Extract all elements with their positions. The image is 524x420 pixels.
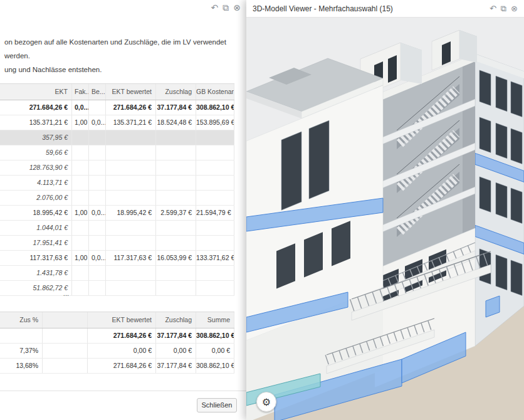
cell-zus [0,328,43,343]
table-row[interactable]: 4.113,71 € [0,176,234,191]
cell-gb-kostenart: 308.862,10 € [196,100,234,115]
cell-gb-kostenart [196,160,234,175]
cell-fak [72,145,89,160]
undo-icon[interactable]: ↶ [490,4,496,14]
cell-be [89,281,106,295]
window [511,188,522,223]
col-header-zuschlag: Zuschlag [156,312,196,328]
col-header-summe: Summe [196,312,234,328]
close-button[interactable]: Schließen [197,398,237,412]
close-icon[interactable]: ⊗ [233,2,241,13]
window [496,182,507,218]
table-row[interactable]: 271.684,26 € 37.177,84 € 308.862,10 € [0,328,234,344]
cell-gb-kostenart [196,221,234,235]
cell-ekt-bewertet: 117.317,63 € [106,251,156,265]
cell-be [89,176,106,190]
3d-model-scene[interactable] [246,18,524,420]
gear-icon: ⚙ [262,396,271,408]
cell-fak [72,130,89,145]
cell-ekt-bewertet: 271.684,26 € [88,359,156,373]
cell-ekt-bewertet: 271.684,26 € [106,100,156,115]
cell-gb-kostenart: 21.594,79 € [196,206,234,220]
window [479,70,491,105]
cell-ekt-bewertet: 271.684,26 € [88,328,156,343]
cell-ekt: 1.044,01 € [0,221,72,235]
cell-zuschlag: 2.599,37 € [156,206,196,220]
window [496,76,507,111]
cell-zuschlag [156,176,196,190]
col-header-zuschlag: Zuschlag [156,84,196,100]
cell-ekt-bewertet [106,266,156,280]
table-row[interactable]: 135.371,21 € 1,00 0,0... 135.371,21 € 18… [0,115,234,130]
table-row[interactable]: 1.431,78 € [0,266,234,281]
table-row[interactable]: 1.044,01 € [0,221,234,236]
cell-ekt: 117.317,63 € [0,251,72,265]
window [304,232,323,277]
table-row[interactable]: 271.684,26 € 0,0... 271.684,26 € 37.177,… [0,100,234,115]
cell-ekt-bewertet [106,236,156,250]
cell-fak: 0,0... [72,100,89,115]
cell-fak [72,176,89,190]
cell-be [89,160,106,175]
cost-table: EKT Fak... Be... EKT bewertet Zuschlag G… [0,83,234,296]
col-header-gb-kostenart: GB Kostenart [196,84,234,100]
table-row[interactable]: 59,66 € [0,145,234,160]
cell-zuschlag [156,281,196,295]
table-row[interactable]: 128.763,90 € [0,160,234,176]
popout-icon[interactable]: ⧉ [501,4,506,14]
cell-gb-kostenart [196,266,234,280]
cell-be [89,130,106,145]
col-header-ekt-bewertet: EKT bewertet [106,84,156,100]
cell-ekt: 18.995,42 € [0,206,72,220]
cell-ekt-bewertet: 135.371,21 € [106,115,156,130]
cell-be: 0,0... [89,115,106,130]
table-row[interactable]: 117.317,63 € 1,00 0,0... 117.317,63 € 16… [0,251,234,266]
window [511,260,522,295]
cell-zus: 13,68% [0,359,43,373]
cell-zuschlag: 18.524,48 € [156,115,196,130]
cell-gb-kostenart [196,236,234,250]
cell-be [89,236,106,250]
window [281,132,301,210]
table-row[interactable]: 13,68% 271.684,26 € 37.177,84 € 308.862,… [0,359,234,374]
cell-gb-kostenart: 133.371,62 € [196,251,234,265]
col-header-ekt: EKT [0,84,72,100]
cell-ekt-bewertet: 0,00 € [88,344,156,358]
cell-zuschlag: 16.053,99 € [156,251,196,265]
cell-be [89,266,106,280]
cell-summe: 308.862,10 € [196,359,234,373]
cell-be [89,191,106,205]
intro-line-1: on bezogen auf alle Kostenarten und Zusc… [4,35,245,63]
popout-icon[interactable]: ⧉ [223,2,229,13]
close-icon[interactable]: ⊗ [511,4,518,14]
cell-zuschlag [156,236,196,250]
cell-gb-kostenart [196,145,234,160]
3d-model-viewport[interactable]: ⚙ [246,18,524,420]
cell-empty [43,328,88,343]
window [479,117,491,152]
cell-fak [72,160,89,175]
viewer-settings-button[interactable]: ⚙ [256,392,276,412]
table-row[interactable]: 17.951,41 € [0,236,234,251]
cell-gb-kostenart [196,130,234,145]
table-more-indicator: ... [0,290,69,297]
cell-zuschlag: 37.177,84 € [156,100,196,115]
cell-summe: 308.862,10 € [196,328,234,343]
table-row[interactable]: 2.076,00 € [0,191,234,206]
col-header-empty [43,312,88,328]
cell-fak [72,221,89,235]
col-header-fak: Fak... [72,84,89,100]
table-row-selected[interactable]: 357,95 € [0,130,234,145]
intro-text: on bezogen auf alle Kostenarten und Zusc… [4,35,245,76]
cell-be: 0,0... [89,206,106,220]
cell-be: 0,0... [89,251,106,265]
cell-fak [72,236,89,250]
cell-ekt: 4.113,71 € [0,176,72,190]
cell-empty [43,344,88,358]
table-row[interactable]: 18.995,42 € 1,00 0,0... 18.995,42 € 2.59… [0,206,234,221]
cell-ekt: 2.076,00 € [0,191,72,205]
table-row[interactable]: 7,37% 0,00 € 0,00 € 0,00 € [0,344,234,359]
undo-icon[interactable]: ↶ [211,2,219,13]
cell-ekt-bewertet [106,281,156,295]
cell-zus: 7,37% [0,344,43,358]
